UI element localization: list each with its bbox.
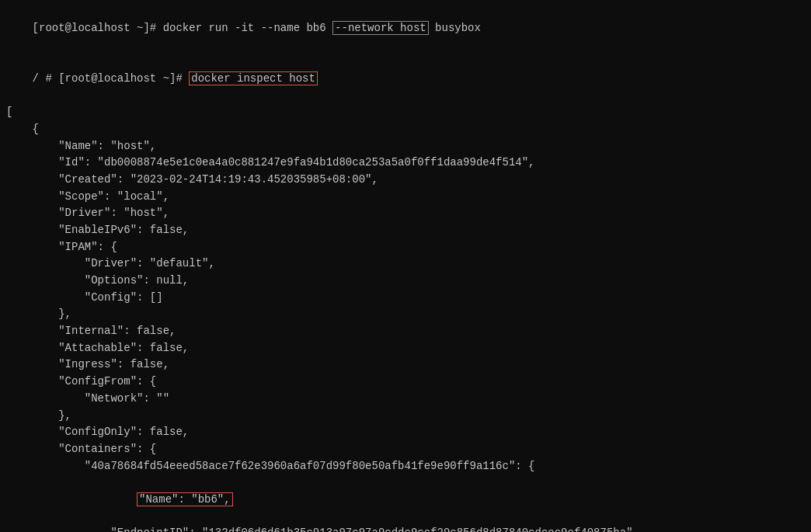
line-id: "Id": "db0008874e5e1c0ea4a0c881247e9fa94… [6,155,805,172]
line-open-brace: { [6,121,805,138]
terminal: [root@localhost ~]# docker run -it --nam… [0,0,811,532]
highlight-inspect-command: docker inspect host [189,71,318,85]
line-configfrom-open: "ConfigFrom": { [6,374,805,391]
line-endpointid: "EndpointID": "132df06d6d61b35c913a97c97… [6,525,805,532]
line-configfrom-close: }, [6,408,805,425]
highlight-name-bb6: "Name": "bb6", [137,492,233,506]
line-internal: "Internal": false, [6,323,805,340]
line-container-id: "40a78684fd54eeed58ace7f62e3960a6af07d99… [6,458,805,475]
line-docker-run: [root@localhost ~]# docker run -it --nam… [6,3,805,54]
highlight-network-host: --network host [332,21,429,35]
line-configonly: "ConfigOnly": false, [6,424,805,441]
cmd-rest-1: busybox [429,22,481,34]
line-driver: "Driver": "host", [6,205,805,222]
line-ipam-config: "Config": [] [6,290,805,307]
line-attachable: "Attachable": false, [6,340,805,357]
line-ipam-open: "IPAM": { [6,239,805,256]
line-scope: "Scope": "local", [6,189,805,206]
line-docker-inspect: / # [root@localhost ~]# docker inspect h… [6,54,805,104]
line-created: "Created": "2023-02-24T14:19:43.45203598… [6,172,805,189]
line-ingress: "Ingress": false, [6,356,805,374]
line-ipam-options: "Options": null, [6,273,805,290]
prompt-1: [root@localhost ~]# docker run -it --nam… [33,22,332,34]
line-open-bracket: [ [6,104,805,121]
line-ipam-close: }, [6,306,805,323]
line-containers-open: "Containers": { [6,441,805,458]
line-name: "Name": "host", [6,138,805,155]
line-enableipv6: "EnableIPv6": false, [6,222,805,239]
line-network: "Network": "" [6,391,805,408]
prompt-2: / # [root@localhost ~]# [33,72,190,85]
line-ipam-driver: "Driver": "default", [6,256,805,273]
line-container-name: "Name": "bb6", [6,475,805,525]
